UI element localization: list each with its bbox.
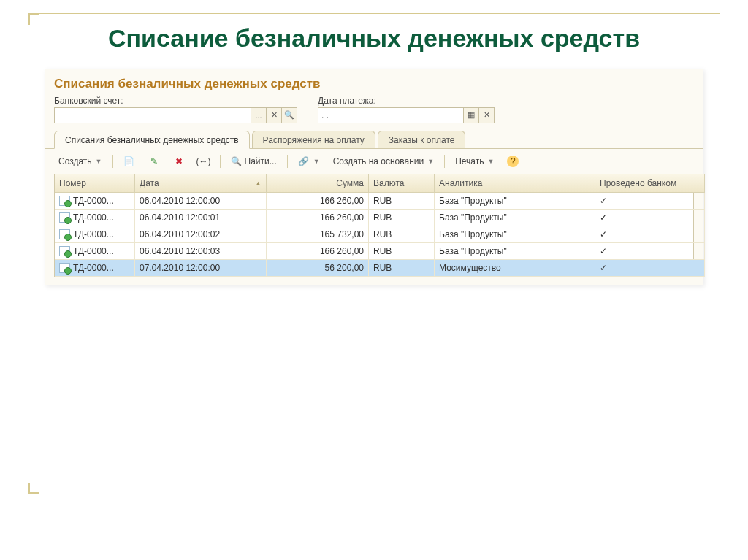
cell-date: 06.04.2010 12:00:03 — [135, 243, 267, 260]
delete-button[interactable]: ✖ — [169, 153, 189, 169]
cell-bank: ✓ — [595, 210, 705, 226]
col-analytics[interactable]: Аналитика — [435, 174, 595, 193]
print-button[interactable]: Печать▼ — [451, 154, 498, 169]
date-label: Дата платежа: — [318, 96, 495, 106]
cell-bank: ✓ — [595, 226, 705, 243]
copy-icon: 📄 — [123, 156, 135, 167]
document-icon — [59, 263, 70, 273]
ellipsis-button[interactable]: ... — [251, 107, 267, 123]
table-row[interactable]: ТД-0000...06.04.2010 12:00:02165 732,00R… — [55, 226, 693, 243]
delete-icon: ✖ — [173, 156, 185, 167]
col-sum[interactable]: Сумма — [267, 174, 369, 193]
app-window: Списания безналичных денежных средств Ба… — [45, 69, 703, 285]
edit-button[interactable]: ✎ — [144, 153, 164, 169]
refresh-button[interactable]: (↔) — [194, 153, 214, 169]
tab-writeoffs[interactable]: Списания безналичных денежных средств — [54, 131, 250, 149]
cell-sum: 56 200,00 — [267, 260, 369, 277]
separator — [287, 155, 288, 168]
cell-number: ТД-0000... — [73, 263, 114, 273]
table-row[interactable]: ТД-0000...07.04.2010 12:00:0056 200,00RU… — [55, 260, 693, 277]
help-button[interactable]: ? — [503, 153, 523, 169]
tab-orders-to-pay[interactable]: Заказы к оплате — [378, 131, 466, 148]
slide-title: Списание безналичных денежных средств — [28, 14, 720, 69]
separator — [444, 155, 445, 168]
sort-asc-icon: ▲ — [255, 180, 262, 187]
col-number[interactable]: Номер — [55, 174, 135, 193]
account-input[interactable] — [54, 107, 251, 123]
table-row[interactable]: ТД-0000...06.04.2010 12:00:03166 260,00R… — [55, 243, 693, 260]
corner-decoration — [28, 13, 39, 25]
table-header: Номер Дата▲ Сумма Валюта Аналитика Прове… — [55, 174, 693, 193]
table-row[interactable]: ТД-0000...06.04.2010 12:00:00166 260,00R… — [55, 193, 693, 210]
cell-analytics: База "Продукты" — [435, 193, 595, 210]
cell-currency: RUB — [369, 210, 435, 226]
cell-sum: 165 732,00 — [267, 226, 369, 243]
corner-decoration — [28, 483, 39, 494]
toolbar: Создать▼ 📄 ✎ ✖ (↔) 🔍 Найти... 🔗▼ Создать… — [45, 149, 703, 174]
search-button[interactable]: 🔍 — [281, 107, 297, 123]
cell-analytics: База "Продукты" — [435, 243, 595, 260]
cell-currency: RUB — [369, 193, 435, 210]
document-icon — [59, 196, 70, 206]
link-button[interactable]: 🔗▼ — [294, 153, 324, 169]
chevron-down-icon: ▼ — [96, 158, 102, 165]
table-row[interactable]: ТД-0000...06.04.2010 12:00:01166 260,00R… — [55, 210, 693, 226]
cell-currency: RUB — [369, 226, 435, 243]
window-title: Списания безналичных денежных средств — [45, 69, 703, 96]
cell-date: 06.04.2010 12:00:02 — [135, 226, 267, 243]
cell-bank: ✓ — [595, 260, 705, 277]
slide-frame: Списание безналичных денежных средств Сп… — [28, 13, 720, 494]
document-icon — [59, 212, 70, 223]
chevron-down-icon: ▼ — [487, 158, 494, 165]
account-label: Банковский счет: — [54, 96, 297, 106]
col-currency[interactable]: Валюта — [369, 174, 435, 193]
cell-analytics: База "Продукты" — [435, 226, 595, 243]
cell-number: ТД-0000... — [73, 196, 114, 206]
clear-button[interactable]: ✕ — [266, 107, 282, 123]
chevron-down-icon: ▼ — [427, 158, 434, 165]
cell-number: ТД-0000... — [73, 212, 114, 223]
refresh-icon: (↔) — [198, 156, 210, 167]
document-icon — [59, 246, 70, 256]
cell-bank: ✓ — [595, 243, 705, 260]
calendar-button[interactable]: ▦ — [463, 107, 479, 123]
cell-sum: 166 260,00 — [267, 243, 369, 260]
cell-number: ТД-0000... — [73, 229, 114, 239]
cell-sum: 166 260,00 — [267, 210, 369, 226]
create-based-button[interactable]: Создать на основании▼ — [329, 154, 438, 169]
find-button[interactable]: 🔍 Найти... — [226, 153, 281, 169]
tab-payment-orders[interactable]: Распоряжения на оплату — [252, 131, 375, 148]
tab-strip: Списания безналичных денежных средств Ра… — [45, 131, 703, 149]
copy-button[interactable]: 📄 — [119, 153, 140, 169]
cell-analytics: База "Продукты" — [435, 210, 595, 226]
create-button[interactable]: Создать▼ — [54, 154, 107, 169]
date-input[interactable] — [318, 107, 464, 123]
cell-date: 06.04.2010 12:00:01 — [135, 210, 267, 226]
cell-currency: RUB — [369, 243, 435, 260]
document-icon — [59, 229, 70, 239]
cell-bank: ✓ — [595, 193, 705, 210]
filter-date: Дата платежа: ▦ ✕ — [318, 96, 495, 123]
link-icon: 🔗 — [298, 156, 310, 167]
separator — [220, 155, 221, 168]
cell-analytics: Мосимущество — [435, 260, 595, 277]
cell-currency: RUB — [369, 260, 435, 277]
search-icon: 🔍 — [231, 156, 243, 167]
clear-button[interactable]: ✕ — [478, 107, 495, 123]
filter-bar: Банковский счет: ... ✕ 🔍 Дата платежа: ▦… — [45, 96, 703, 129]
cell-date: 07.04.2010 12:00:00 — [135, 260, 267, 277]
chevron-down-icon: ▼ — [313, 158, 320, 165]
cell-sum: 166 260,00 — [267, 193, 369, 210]
filter-account: Банковский счет: ... ✕ 🔍 — [54, 96, 297, 123]
pencil-icon: ✎ — [148, 156, 160, 167]
data-table: Номер Дата▲ Сумма Валюта Аналитика Прове… — [54, 174, 694, 277]
separator — [112, 155, 113, 168]
help-icon: ? — [507, 156, 519, 167]
cell-number: ТД-0000... — [73, 246, 114, 256]
col-bank[interactable]: Проведено банком — [595, 174, 705, 193]
cell-date: 06.04.2010 12:00:00 — [135, 193, 267, 210]
col-date[interactable]: Дата▲ — [135, 174, 267, 193]
